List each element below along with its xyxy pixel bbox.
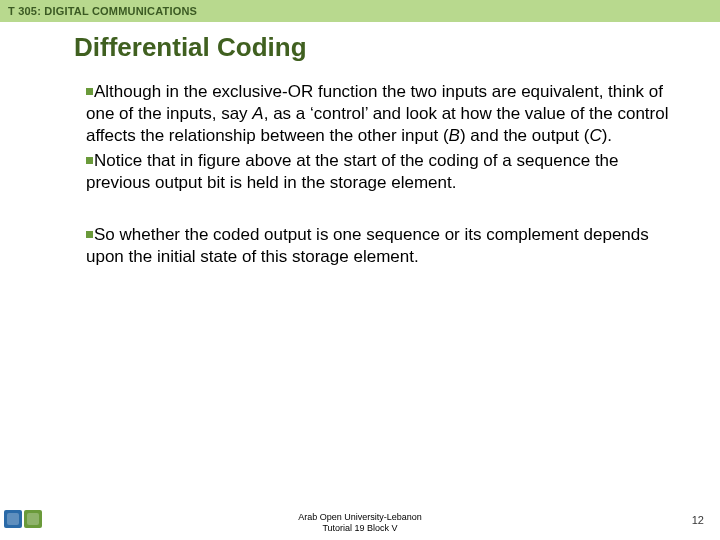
- spacer: [86, 198, 680, 224]
- var-a: A: [252, 104, 263, 123]
- var-c: C: [589, 126, 601, 145]
- text-fragment: So whether the coded output is one seque…: [94, 225, 584, 244]
- text-fragment: ).: [602, 126, 612, 145]
- bullet-1: Although in the exclusive-OR function th…: [86, 81, 680, 146]
- bullet-icon: [86, 231, 93, 238]
- text-emphasis: exclusive-OR function the two inputs are…: [212, 82, 598, 101]
- footer-text: Arab Open University-Lebanon Tutorial 19…: [0, 512, 720, 534]
- slide-title: Differential Coding: [74, 32, 720, 63]
- bullet-icon: [86, 157, 93, 164]
- text-fragment: ) and the output (: [460, 126, 589, 145]
- footer: Arab Open University-Lebanon Tutorial 19…: [0, 512, 720, 534]
- bullet-3: So whether the coded output is one seque…: [86, 224, 680, 268]
- logo-icon: [24, 510, 42, 528]
- page-number: 12: [692, 514, 704, 526]
- text-fragment: Although in the: [94, 82, 212, 101]
- logo-icon: [4, 510, 22, 528]
- content-body: Although in the exclusive-OR function th…: [0, 81, 720, 540]
- title-row: Differential Coding: [0, 22, 720, 81]
- slide: T 305: DIGITAL COMMUNICATIONS Differenti…: [0, 0, 720, 540]
- course-code: T 305: DIGITAL COMMUNICATIONS: [8, 5, 197, 17]
- bullet-icon: [86, 88, 93, 95]
- text-fragment: Notice that in figure above at the start…: [86, 151, 619, 192]
- footer-line1: Arab Open University-Lebanon: [0, 512, 720, 523]
- header-bar: T 305: DIGITAL COMMUNICATIONS: [0, 0, 720, 22]
- var-b: B: [449, 126, 460, 145]
- bullet-2: Notice that in figure above at the start…: [86, 150, 680, 194]
- footer-line2: Tutorial 19 Block V: [0, 523, 720, 534]
- logo: [4, 510, 42, 528]
- text-fragment: .: [414, 247, 419, 266]
